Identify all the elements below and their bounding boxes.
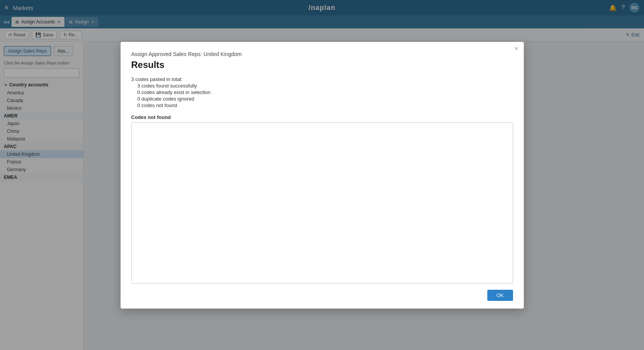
ok-button[interactable]: OK <box>487 290 513 301</box>
summary-found: 3 codes found successfully <box>131 83 513 89</box>
modal-overlay: × Assign Approved Sales Reps: United Kin… <box>0 0 644 350</box>
summary-exist: 0 codes already exist in selection <box>131 89 513 95</box>
codes-not-found-box <box>131 122 513 284</box>
modal-close-button[interactable]: × <box>515 46 518 52</box>
modal-heading: Results <box>131 59 513 70</box>
modal-summary: 3 codes pasted in total: 3 codes found s… <box>131 76 513 109</box>
summary-total: 3 codes pasted in total: <box>131 76 513 82</box>
summary-not-found: 0 codes not found <box>131 102 513 108</box>
summary-duplicate: 0 duplicate codes ignored <box>131 96 513 102</box>
modal-title: Assign Approved Sales Reps: United Kingd… <box>131 51 513 57</box>
codes-not-found-label: Codes not found <box>131 114 513 120</box>
results-modal: × Assign Approved Sales Reps: United Kin… <box>121 42 524 309</box>
modal-footer: OK <box>131 290 513 301</box>
